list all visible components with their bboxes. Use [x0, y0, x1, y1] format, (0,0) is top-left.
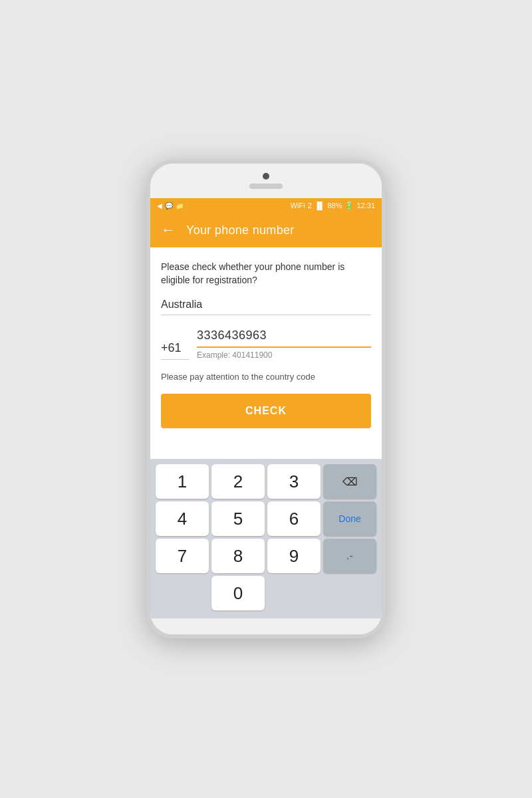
keyboard-row-3: 7 8 9 .-: [153, 539, 379, 573]
signal-number: 2: [308, 201, 312, 209]
keyboard-row-4: 0: [153, 576, 379, 610]
phone-bottom-bar: [150, 618, 382, 634]
key-7[interactable]: 7: [156, 539, 209, 573]
country-code-display: +61: [161, 341, 189, 360]
key-1[interactable]: 1: [156, 464, 209, 499]
description-text: Please check whether your phone number i…: [161, 261, 371, 287]
country-code-notice: Please pay attention to the country code: [161, 372, 371, 382]
status-right: WiFi 2 ▐▌ 88% 🔋 12:31: [291, 201, 375, 210]
message-icon: 💬: [165, 202, 173, 209]
key-0[interactable]: 0: [211, 576, 265, 610]
key-empty-right: [267, 576, 321, 610]
key-extra: [323, 576, 376, 610]
key-symbols[interactable]: .-: [323, 539, 376, 573]
speaker: [249, 184, 283, 189]
key-backspace[interactable]: ⌫: [323, 464, 376, 499]
phone-row: +61 3336436963 Example: 401411900: [161, 329, 371, 360]
country-value: Australia: [161, 299, 202, 310]
battery-level: 88%: [327, 201, 342, 209]
app-header: ← Your phone number: [150, 213, 382, 247]
back-button[interactable]: ←: [161, 223, 176, 237]
phone-number-input[interactable]: 3336436963: [197, 329, 371, 348]
signal-bars-icon: ▐▌: [315, 201, 325, 209]
battery-icon: 🔋: [344, 201, 354, 210]
camera: [263, 173, 269, 180]
navigation-icon: ◀: [157, 202, 162, 209]
keyboard-row-1: 1 2 3 ⌫: [153, 464, 379, 499]
keyboard-row-2: 4 5 6 Done: [153, 501, 379, 536]
key-2[interactable]: 2: [211, 464, 265, 499]
main-content: Please check whether your phone number i…: [150, 247, 382, 459]
key-done[interactable]: Done: [323, 501, 376, 536]
key-8[interactable]: 8: [211, 539, 265, 573]
check-button[interactable]: CHECK: [161, 394, 371, 428]
page-title: Your phone number: [186, 223, 295, 237]
phone-top-bar: [150, 164, 382, 198]
country-selector[interactable]: Australia: [161, 299, 371, 315]
key-4[interactable]: 4: [156, 501, 209, 536]
key-3[interactable]: 3: [267, 464, 321, 499]
key-9[interactable]: 9: [267, 539, 321, 573]
clock: 12:31: [356, 201, 375, 209]
wifi-icon: WiFi: [291, 201, 305, 209]
folder-icon: 📁: [176, 202, 184, 209]
key-6[interactable]: 6: [267, 501, 321, 536]
keyboard: 1 2 3 ⌫ 4 5 6 Done 7 8 9 .- 0: [150, 459, 382, 618]
phone-example-text: Example: 401411900: [197, 350, 371, 360]
phone-frame: ◀ 💬 📁 WiFi 2 ▐▌ 88% 🔋 12:31 ← Your phone…: [146, 160, 386, 638]
key-empty-left: [156, 576, 209, 610]
key-5[interactable]: 5: [211, 501, 265, 536]
phone-input-wrapper: 3336436963 Example: 401411900: [197, 329, 371, 360]
status-bar: ◀ 💬 📁 WiFi 2 ▐▌ 88% 🔋 12:31: [150, 198, 382, 213]
status-left: ◀ 💬 📁: [157, 202, 184, 209]
